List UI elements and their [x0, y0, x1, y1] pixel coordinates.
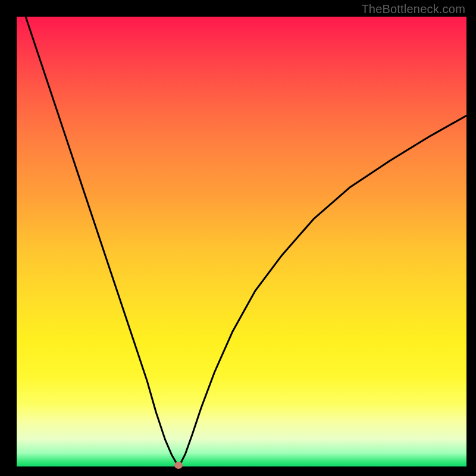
watermark-text: TheBottleneck.com [361, 2, 465, 16]
chart-plot-area [17, 17, 466, 466]
bottleneck-curve [17, 17, 466, 466]
optimal-point-marker [174, 462, 183, 469]
